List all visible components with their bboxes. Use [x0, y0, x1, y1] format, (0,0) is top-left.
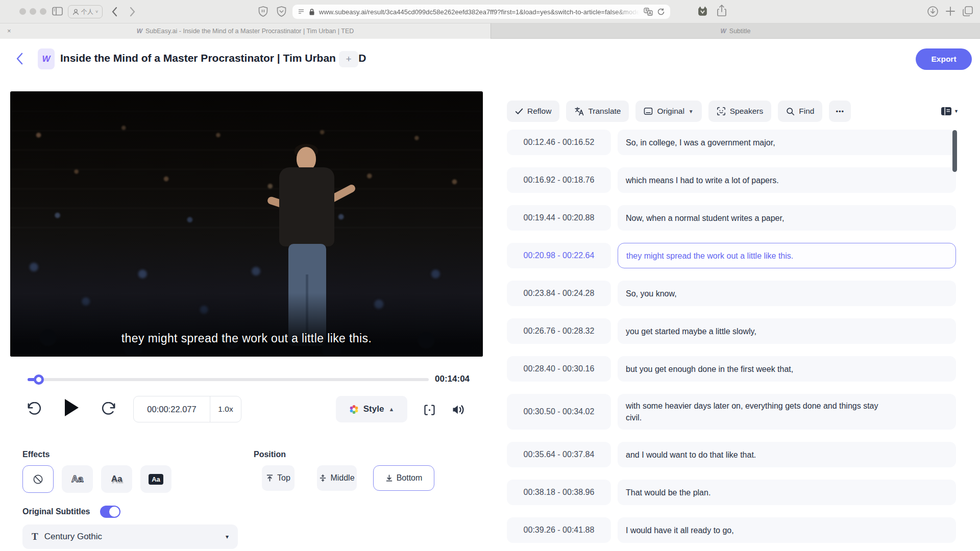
back-button[interactable]	[15, 52, 23, 67]
style-button[interactable]: Style ▲	[336, 396, 407, 422]
seek-thumb[interactable]	[34, 374, 44, 385]
subtitle-timestamp[interactable]: 00:20.98 - 00:22.64	[507, 243, 611, 268]
effect-none-button[interactable]	[22, 465, 54, 493]
foreground-silhouettes	[10, 293, 483, 357]
subtitle-favicon: W	[720, 28, 726, 35]
plus-icon: +	[346, 54, 351, 65]
scrollbar-thumb[interactable]	[952, 130, 957, 172]
tab-overview-icon[interactable]	[962, 5, 974, 17]
chevron-down-icon: ▼	[689, 109, 694, 114]
share-icon[interactable]	[717, 4, 727, 17]
seek-bar[interactable]	[28, 378, 429, 381]
subtitle-text[interactable]: which means I had to write a lot of pape…	[618, 167, 956, 193]
no-effect-icon	[32, 473, 44, 485]
volume-button[interactable]	[451, 403, 465, 419]
playback-speed[interactable]: 1.0x	[210, 405, 241, 414]
window-close-button[interactable]	[19, 8, 26, 15]
subtitle-timestamp[interactable]: 00:26.76 - 00:28.32	[507, 318, 611, 344]
subtitle-timestamp[interactable]: 00:16.92 - 00:18.76	[507, 167, 611, 193]
profile-button[interactable]: 个人 ˅	[68, 5, 103, 18]
speakers-button[interactable]: Speakers	[708, 101, 771, 122]
subtitle-text[interactable]: and I would want to do that like that.	[618, 442, 956, 467]
export-button[interactable]: Export	[916, 48, 972, 70]
subtitle-row: 00:30.50 - 00:34.02with some heavier day…	[507, 394, 956, 430]
chevron-up-icon: ▲	[388, 406, 394, 412]
effect-box-button[interactable]: Aa	[140, 465, 172, 493]
subtitle-row: 00:38.18 - 00:38.96That would be the pla…	[507, 480, 956, 505]
browser-forward-button[interactable]	[130, 7, 136, 17]
position-middle-button[interactable]: Middle	[317, 465, 357, 491]
current-time[interactable]: 00:00:22.077	[134, 396, 210, 422]
subtitle-row: 00:39.26 - 00:41.88I would have it all r…	[507, 517, 956, 543]
subtitle-timestamp[interactable]: 00:30.50 - 00:34.02	[507, 394, 611, 430]
subtitle-text[interactable]: you get started maybe a little slowly,	[618, 318, 956, 344]
effect-outline-button[interactable]: Aa	[62, 465, 93, 493]
tab-subeasy[interactable]: × W SubEasy.ai - Inside the Mind of a Ma…	[0, 23, 491, 39]
downloads-icon[interactable]	[927, 6, 939, 17]
window-minimize-button[interactable]	[30, 8, 36, 15]
subtitle-text[interactable]: So, you know,	[618, 281, 956, 306]
new-tab-icon[interactable]	[945, 6, 955, 16]
subtitle-timestamp[interactable]: 00:39.26 - 00:41.88	[507, 517, 611, 543]
subtitle-text[interactable]: So, in college, I was a government major…	[618, 130, 956, 155]
subtitle-text[interactable]: with some heavier days later on, everyth…	[618, 394, 956, 430]
reload-icon[interactable]	[657, 8, 665, 16]
subtitle-timestamp[interactable]: 00:38.18 - 00:38.96	[507, 480, 611, 505]
subtitle-timestamp[interactable]: 00:28.40 - 00:30.16	[507, 356, 611, 382]
subtitle-text[interactable]: Now, when a normal student writes a pape…	[618, 205, 956, 231]
play-button[interactable]	[65, 399, 79, 416]
original-dropdown[interactable]: Original ▼	[635, 101, 701, 122]
video-duration: 00:14:04	[435, 374, 470, 384]
subtitle-row: 00:16.92 - 00:18.76which means I had to …	[507, 167, 956, 193]
translate-icon	[574, 107, 584, 116]
video-player[interactable]: they might spread the work out a little …	[10, 91, 483, 357]
chevron-down-icon: ˅	[95, 9, 98, 14]
find-button[interactable]: Find	[778, 101, 822, 122]
view-layout-button[interactable]: ▼	[941, 107, 959, 116]
subtitle-frame-button[interactable]	[423, 403, 436, 419]
subtitle-text[interactable]: but you get enough done in the first wee…	[618, 356, 956, 382]
effect-shadow-button[interactable]: Aa	[101, 465, 132, 493]
translate-icon[interactable]	[644, 8, 653, 16]
subtitle-timestamp[interactable]: 00:19.44 - 00:20.88	[507, 205, 611, 231]
tab-close-icon[interactable]: ×	[7, 28, 11, 34]
logo-glyph: W	[42, 54, 50, 64]
forward-button[interactable]	[101, 402, 116, 419]
subtitle-row: 00:12.46 - 00:16.52So, in college, I was…	[507, 130, 956, 155]
subtitle-text[interactable]: That would be the plan.	[618, 480, 956, 505]
subtitle-row: 00:26.76 - 00:28.32you get started maybe…	[507, 318, 956, 344]
align-top-icon	[266, 474, 274, 482]
window-zoom-button[interactable]	[40, 8, 46, 15]
reader-view-icon[interactable]	[298, 8, 305, 15]
cat-catch-extension-icon[interactable]	[696, 5, 709, 18]
position-bottom-button[interactable]: Bottom	[373, 465, 434, 491]
add-project-tab-button[interactable]: +	[339, 51, 358, 67]
subtitle-text[interactable]: I would have it all ready to go,	[618, 517, 956, 543]
search-icon	[786, 107, 795, 116]
tab-title: SubEasy.ai - Inside the Mind of a Master…	[145, 28, 354, 35]
more-button[interactable]: •••	[829, 101, 851, 122]
font-select[interactable]: T Century Gothic ▾	[22, 524, 238, 549]
tab-subtitle[interactable]: W Subtitle	[491, 23, 980, 39]
subtitle-timestamp[interactable]: 00:12.46 - 00:16.52	[507, 130, 611, 155]
project-file-icon: W	[38, 48, 55, 69]
effects-label: Effects	[22, 450, 50, 459]
address-bar[interactable]: www.subeasy.ai/result/3ca445cd099dc58e26…	[292, 5, 670, 19]
align-bottom-icon	[385, 474, 393, 482]
reflow-button[interactable]: Reflow	[507, 101, 559, 122]
layout-icon	[941, 107, 952, 116]
extension-shield-icon[interactable]	[276, 6, 287, 18]
subtitle-row: 00:35.64 - 00:37.84and I would want to d…	[507, 442, 956, 467]
translate-button[interactable]: Translate	[566, 101, 629, 122]
position-top-button[interactable]: Top	[262, 465, 295, 491]
subtitle-text[interactable]: they might spread the work out a little …	[618, 243, 956, 268]
profile-label: 个人	[81, 8, 93, 16]
rewind-button[interactable]	[27, 402, 42, 419]
browser-back-button[interactable]	[111, 7, 117, 17]
browser-chrome: 个人 ˅ www.subeasy.ai/result/3ca445cd099dc…	[0, 0, 980, 23]
sidebar-toggle-icon[interactable]	[52, 7, 63, 16]
privacy-shield-icon[interactable]	[258, 6, 268, 18]
subtitle-timestamp[interactable]: 00:35.64 - 00:37.84	[507, 442, 611, 467]
original-subtitles-toggle[interactable]	[100, 506, 120, 518]
subtitle-timestamp[interactable]: 00:23.84 - 00:24.28	[507, 281, 611, 306]
